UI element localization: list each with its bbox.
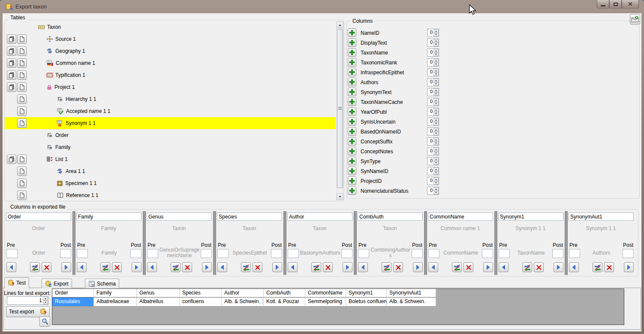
add-column-button[interactable] [348, 186, 356, 195]
delete-column-button[interactable] [463, 262, 473, 272]
replace-column-button[interactable] [382, 262, 391, 272]
grid-header-cell[interactable]: Species [180, 289, 222, 298]
spinner-down-button[interactable] [433, 171, 439, 175]
minimize-button[interactable] [597, 0, 609, 9]
pre-input[interactable] [499, 249, 510, 258]
move-right-button[interactable] [61, 262, 71, 272]
grid-header-cell[interactable]: Synonym1 [346, 289, 387, 298]
tree-item-hierarchy-1-1[interactable]: Hierarchy 1 1 [57, 93, 96, 105]
spinner-up-button[interactable] [433, 88, 439, 92]
tree-item-accepted-name-1-1[interactable]: Accepted name 1 1 [57, 105, 110, 117]
tree-item-typification-1[interactable]: Typification 1 [46, 69, 85, 81]
tree-item-list-1[interactable]: List 1 [46, 153, 68, 165]
tree-item-specimen-1-1[interactable]: Specimen 1 1 [57, 177, 96, 189]
copy-table-button[interactable] [17, 155, 27, 164]
tree-item-geography-1[interactable]: Geography 1 [46, 45, 85, 57]
tab-schema[interactable]: Schema [85, 279, 119, 288]
copy-table-button[interactable] [17, 58, 27, 68]
column-count-spinner[interactable]: 0 [427, 39, 439, 47]
lines-for-test-spinner[interactable]: 1 [7, 296, 48, 305]
grid-cell[interactable]: Kotl. & Pouzar [264, 298, 305, 307]
move-left-button[interactable] [6, 262, 16, 272]
column-count-spinner[interactable]: 0 [427, 108, 439, 116]
move-right-button[interactable] [483, 262, 493, 272]
test-export-button[interactable]: Test export? [6, 306, 50, 317]
add-column-button[interactable] [348, 167, 356, 175]
copy-table-button[interactable] [17, 82, 27, 92]
column-count-spinner[interactable]: 0 [427, 187, 439, 195]
spinner-down-button[interactable] [433, 191, 439, 195]
post-input[interactable] [623, 249, 634, 258]
grid-cell[interactable]: Boletus confluens [346, 298, 387, 307]
maximize-button[interactable] [609, 0, 622, 9]
delete-column-button[interactable] [182, 262, 192, 272]
column-count-spinner[interactable]: 0 [427, 49, 439, 57]
card-splitter[interactable] [565, 211, 568, 275]
tree-item-source-1[interactable]: Source 1 [46, 33, 76, 45]
move-right-button[interactable] [624, 262, 634, 272]
delete-column-button[interactable] [604, 262, 614, 272]
spinner-up-button[interactable] [433, 128, 439, 132]
move-left-button[interactable] [288, 262, 298, 272]
column-count-spinner[interactable]: 0 [427, 177, 439, 185]
spinner-up-button[interactable] [433, 69, 439, 73]
grid-header-cell[interactable]: Family [94, 289, 137, 298]
move-right-button[interactable] [202, 262, 212, 272]
delete-column-button[interactable] [112, 262, 122, 272]
search-button[interactable] [39, 316, 50, 327]
copy-table-button[interactable] [17, 46, 27, 56]
spinner-up-button[interactable] [433, 49, 439, 53]
copy-table-button[interactable] [17, 94, 27, 104]
spinner-down-button[interactable] [433, 161, 439, 165]
move-left-button[interactable] [428, 262, 438, 272]
spinner-down-button[interactable] [433, 181, 439, 185]
copy-table-button[interactable] [17, 70, 27, 80]
post-input[interactable] [412, 249, 423, 258]
spinner-up-button[interactable] [433, 59, 439, 63]
grid-header-cell[interactable]: CommonName [305, 289, 346, 298]
scrollbar-down-button[interactable] [337, 193, 343, 200]
column-name-input[interactable] [217, 213, 282, 221]
grid-header-cell[interactable]: CombAuth [264, 289, 305, 298]
spinner-down-button[interactable] [433, 132, 439, 136]
grid-cell[interactable]: confluens [180, 298, 222, 307]
move-right-button[interactable] [413, 262, 423, 272]
tree-item-taxon[interactable]: Taxon [38, 21, 61, 33]
column-name-input[interactable] [147, 213, 212, 221]
spinner-down-button[interactable] [433, 73, 439, 76]
replace-column-button[interactable] [452, 262, 462, 272]
copy-tables-button[interactable] [7, 58, 16, 68]
spinner-down-button[interactable] [433, 53, 439, 57]
move-left-button[interactable] [499, 262, 509, 272]
post-input[interactable] [271, 249, 282, 258]
move-right-button[interactable] [132, 262, 141, 272]
spinner-up-button[interactable] [433, 187, 439, 191]
pre-input[interactable] [358, 249, 369, 258]
card-splitter[interactable] [283, 211, 286, 275]
tree-item-synonym-1-1[interactable]: Synonym 1 1 [57, 117, 96, 129]
copy-tables-button[interactable] [7, 155, 16, 164]
spinner-down-button[interactable] [43, 301, 48, 304]
delete-column-button[interactable] [393, 262, 403, 272]
move-left-button[interactable] [147, 262, 157, 272]
tree-item-project-1[interactable]: Project 1 [46, 81, 75, 93]
scrollbar-up-button[interactable] [337, 21, 343, 28]
pre-input[interactable] [288, 249, 299, 258]
move-right-button[interactable] [343, 262, 352, 272]
spinner-down-button[interactable] [433, 43, 439, 47]
spinner-up-button[interactable] [433, 108, 439, 112]
add-column-button[interactable] [348, 78, 356, 86]
spinner-down-button[interactable] [433, 82, 439, 86]
copy-table-button[interactable] [17, 118, 27, 128]
grid-header-cell[interactable]: Author [222, 289, 264, 298]
card-splitter[interactable] [143, 211, 146, 275]
card-splitter[interactable] [213, 211, 216, 275]
post-input[interactable] [201, 249, 212, 258]
column-count-spinner[interactable]: 0 [427, 58, 439, 67]
card-splitter[interactable] [494, 211, 497, 275]
spinner-down-button[interactable] [433, 63, 439, 67]
pre-input[interactable] [217, 249, 229, 258]
copy-tables-button[interactable] [7, 70, 16, 80]
column-count-spinner[interactable]: 0 [427, 137, 439, 146]
add-column-button[interactable] [348, 127, 356, 136]
